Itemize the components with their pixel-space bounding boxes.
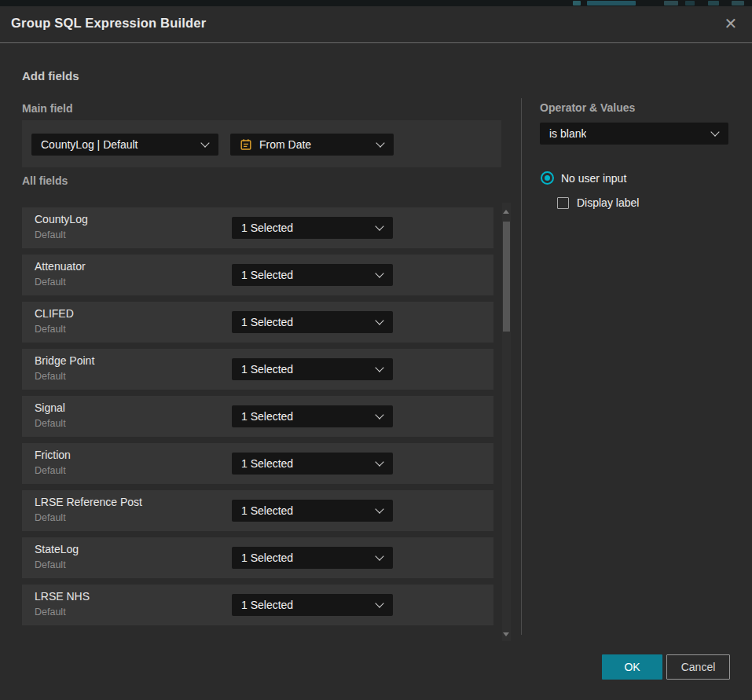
chevron-down-icon [375,222,383,230]
no-user-input-label: No user input [561,172,626,185]
field-row: Bridge Point Default 1 Selected [22,349,493,390]
main-field-label: Main field [22,102,73,115]
field-row-selection-dropdown[interactable]: 1 Selected [232,358,393,380]
field-row-subtitle: Default [35,418,66,429]
field-row-name: Bridge Point [35,354,94,367]
field-row-name: StateLog [35,543,79,555]
chevron-down-icon [375,410,383,419]
field-row-selection-dropdown[interactable]: 1 Selected [232,405,393,427]
field-row: Signal Default 1 Selected [22,396,493,437]
background-fragment [732,1,744,5]
dialog-header: Group SQL Expression Builder ✕ [0,6,752,43]
panel-divider [521,98,522,635]
checkbox-unchecked-icon [557,197,569,209]
display-label-text: Display label [577,196,639,209]
field-row-selection-value: 1 Selected [241,599,293,611]
dialog-title: Group SQL Expression Builder [11,16,206,31]
field-row: Friction Default 1 Selected [22,443,493,484]
operator-dropdown[interactable]: is blank [540,123,728,145]
display-label-checkbox[interactable]: Display label [557,196,639,209]
field-row-subtitle: Default [35,324,66,335]
field-row-selection-value: 1 Selected [241,363,293,376]
field-row-selection-dropdown[interactable]: 1 Selected [232,453,393,475]
background-fragment [664,1,678,5]
chevron-down-icon [375,269,383,277]
field-row-name: Friction [35,449,71,461]
field-row-selection-dropdown[interactable]: 1 Selected [232,311,393,333]
field-row-selection-dropdown[interactable]: 1 Selected [232,264,393,286]
field-row-name: LRSE NHS [35,590,90,603]
main-field-panel: CountyLog | Default From Date [22,120,501,167]
field-row-selection-dropdown[interactable]: 1 Selected [232,547,393,569]
field-row-selection-dropdown[interactable]: 1 Selected [232,500,393,522]
field-row: LRSE NHS Default 1 Selected [22,585,493,625]
chevron-down-icon [376,138,384,147]
close-icon[interactable]: ✕ [720,13,742,35]
field-row-selection-dropdown[interactable]: 1 Selected [232,217,393,239]
chevron-down-icon [375,504,383,513]
main-field-date-dropdown[interactable]: From Date [230,134,394,156]
background-app-strip [0,0,752,6]
calendar-icon [240,138,252,151]
operator-value: is blank [549,127,586,140]
screen: Group SQL Expression Builder ✕ Add field… [0,0,752,700]
chevron-down-icon [375,316,383,324]
field-row: CLIFED Default 1 Selected [22,302,493,343]
main-field-source-dropdown[interactable]: CountyLog | Default [31,134,218,156]
scrollbar-thumb[interactable] [503,222,510,332]
chevron-down-icon [375,552,383,560]
field-row: Attenuator Default 1 Selected [22,255,493,295]
field-row-selection-dropdown[interactable]: 1 Selected [232,594,393,616]
main-field-source-value: CountyLog | Default [41,138,138,151]
chevron-down-icon [710,127,719,136]
field-row-subtitle: Default [35,465,66,476]
background-fragment [573,1,581,5]
field-row-subtitle: Default [35,559,66,570]
all-fields-list: CountyLog Default 1 Selected Attenuator … [22,207,493,625]
main-field-date-value: From Date [259,138,311,151]
field-row-selection-value: 1 Selected [241,504,293,517]
background-fragment [685,1,695,5]
field-row-subtitle: Default [35,229,66,240]
field-row-selection-value: 1 Selected [241,222,293,234]
no-user-input-radio[interactable]: No user input [541,171,626,185]
field-row-subtitle: Default [35,607,66,618]
field-row: StateLog Default 1 Selected [22,537,493,578]
chevron-down-icon [375,363,383,372]
field-row-subtitle: Default [35,371,66,382]
chevron-down-icon [375,457,383,466]
radio-selected-icon [541,171,554,185]
field-row-selection-value: 1 Selected [241,410,293,423]
operator-values-heading: Operator & Values [540,101,635,114]
all-fields-label: All fields [22,174,68,187]
chevron-down-icon [375,599,383,607]
background-fragment [708,1,719,5]
scrollbar-up-arrow-icon[interactable] [503,210,509,214]
field-row: CountyLog Default 1 Selected [22,207,493,248]
scrollbar-down-arrow-icon[interactable] [503,632,509,636]
field-row-selection-value: 1 Selected [241,316,293,328]
field-row-subtitle: Default [35,277,66,288]
cancel-button[interactable]: Cancel [666,654,730,680]
add-fields-heading: Add fields [22,69,79,82]
field-row-name: Attenuator [35,260,86,273]
field-row-selection-value: 1 Selected [241,457,293,470]
group-sql-expression-builder-dialog: Group SQL Expression Builder ✕ Add field… [0,6,752,700]
field-row-name: CountyLog [35,213,88,225]
field-row-selection-value: 1 Selected [241,552,293,564]
background-fragment [587,1,636,5]
field-row-subtitle: Default [35,512,66,523]
field-row-name: LRSE Reference Post [35,496,142,508]
field-row-name: CLIFED [35,307,74,320]
list-scrollbar[interactable] [502,203,511,641]
field-row-name: Signal [35,401,65,414]
chevron-down-icon [200,138,209,147]
ok-button[interactable]: OK [602,654,662,680]
field-row-selection-value: 1 Selected [241,269,293,281]
field-row: LRSE Reference Post Default 1 Selected [22,490,493,531]
